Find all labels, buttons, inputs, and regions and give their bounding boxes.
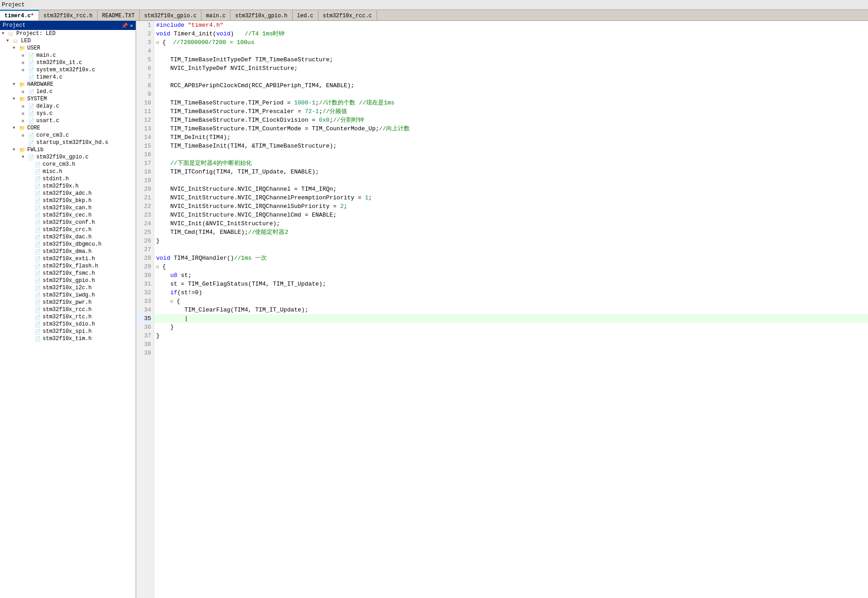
sidebar-item-core-cm3-c[interactable]: ⊞ 📄 core_cm3.c [0, 132, 136, 139]
sidebar-item-stm32f10x-gpio-h[interactable]: 📄 stm32f10x_gpio.h [0, 277, 136, 284]
code-line-37[interactable]: } [154, 331, 868, 340]
code-line-30[interactable]: u8 st; [154, 271, 868, 280]
sidebar-item-stm32f10x-conf-h[interactable]: 📄 stm32f10x_conf.h [0, 219, 136, 226]
sidebar-item-stm32f10x-tim-h[interactable]: 📄 stm32f10x_tim.h [0, 335, 136, 342]
sidebar-item-stm32f10x-rcc-h[interactable]: 📄 stm32f10x_rcc.h [0, 306, 136, 313]
sidebar-item-usart-c[interactable]: ⊞ 📄 usart.c [0, 117, 136, 124]
sidebar-item-stdint-h[interactable]: 📄 stdint.h [0, 175, 136, 183]
tab-main-c[interactable]: main.c [201, 10, 230, 21]
code-line-20[interactable]: NVIC_InitStructure.NVIC_IRQChannel = TIM… [154, 185, 868, 193]
sidebar-item-stm32f10x-rtc-h[interactable]: 📄 stm32f10x_rtc.h [0, 313, 136, 321]
code-line-38[interactable] [154, 340, 868, 349]
sidebar-item-sys-c[interactable]: ⊞ 📄 sys.c [0, 110, 136, 117]
code-line-34[interactable]: TIM_ClearFlag(TIM4, TIM_IT_Update); [154, 306, 868, 314]
sidebar-item-stm32f10x-h[interactable]: 📄 stm32f10x.h [0, 183, 136, 190]
tab-stm32f10x-rcc-h[interactable]: stm32f10x_rcc.h [39, 10, 98, 21]
code-line-23[interactable]: NVIC_InitStructure.NVIC_IRQChannelCmd = … [154, 211, 868, 219]
code-line-29[interactable]: ⊟ { [154, 262, 868, 271]
sidebar-item-stm32f10x-fsmc-h[interactable]: 📄 stm32f10x_fsmc.h [0, 270, 136, 277]
code-line-22[interactable]: NVIC_InitStructure.NVIC_IRQChannelSubPri… [154, 202, 868, 211]
code-line-8[interactable]: RCC_APB1PeriphClockCmd(RCC_APB1Periph_TI… [154, 81, 868, 90]
code-line-10[interactable]: TIM_TimeBaseStructure.TIM_Period = 1000-… [154, 99, 868, 107]
sidebar-item-stm32f10x-dma-h[interactable]: 📄 stm32f10x_dma.h [0, 248, 136, 255]
code-line-4[interactable] [154, 47, 868, 55]
code-line-2[interactable]: void Timer4_init(void) //T4 1ms时钟 [154, 30, 868, 38]
code-line-36[interactable]: } [154, 323, 868, 331]
code-line-18[interactable]: TIM_ITConfig(TIM4, TIM_IT_Update, ENABLE… [154, 168, 868, 176]
code-line-26[interactable]: } [154, 237, 868, 245]
code-line-31[interactable]: st = TIM_GetFlagStatus(TIM4, TIM_IT_Upda… [154, 280, 868, 288]
sidebar-item-hardware[interactable]: ▼ 📁 HARDWARE [0, 81, 136, 88]
sidebar-item-startup-stm32f10x-hd-s[interactable]: 📄 startup_stm32f10x_hd.s [0, 139, 136, 146]
code-line-6[interactable]: NVIC_InitTypeDef NVIC_InitStructure; [154, 64, 868, 73]
sidebar-item-stm32f10x-sdio-h[interactable]: 📄 stm32f10x_sdio.h [0, 321, 136, 328]
line-number-10: 10 [136, 99, 154, 107]
sidebar-item-led-root[interactable]: ▼ 🗂 Project: LED [0, 30, 136, 37]
code-line-25[interactable]: TIM_Cmd(TIM4, ENABLE);//使能定时器2 [154, 228, 868, 237]
code-line-12[interactable]: TIM_TimeBaseStructure.TIM_ClockDivision … [154, 116, 868, 124]
sidebar-item-stm32f10x-i2c-h[interactable]: 📄 stm32f10x_i2c.h [0, 284, 136, 292]
sidebar-item-stm32f10x-cec-h[interactable]: 📄 stm32f10x_cec.h [0, 212, 136, 219]
sidebar-pin-icon[interactable]: 📌 [122, 23, 128, 29]
tab-stm32f10x-gpio-h[interactable]: stm32f10x_gpio.h [230, 10, 292, 21]
code-line-28[interactable]: void TIM4_IRQHandler()//1ms 一次 [154, 254, 868, 262]
tab-readme-txt[interactable]: README.TXT [98, 10, 140, 21]
tree-arrow: ⊞ [22, 133, 28, 138]
code-line-1[interactable]: #include "timer4.h" [154, 21, 868, 30]
code-line-24[interactable]: NVIC_Init(&NVIC_InitStructure); [154, 219, 868, 228]
sidebar-item-stm32f10x-gpio-c[interactable]: ▼ 📄 stm32f10x_gpio.c [0, 153, 136, 161]
sidebar-item-main-c[interactable]: ⊞ 📄 main.c [0, 52, 136, 59]
sidebar-item-stm32f10x-it-c[interactable]: ⊞ 📄 stm32f10x_it.c [0, 59, 136, 66]
sidebar-item-stm32f10x-iwdg-h[interactable]: 📄 stm32f10x_iwdg.h [0, 292, 136, 299]
sidebar-item-fwlib[interactable]: ▼ 📁 FWLib [0, 146, 136, 153]
code-line-32[interactable]: if(st!=0) [154, 288, 868, 297]
sidebar-item-system[interactable]: ▼ 📁 SYSTEM [0, 95, 136, 103]
code-line-21[interactable]: NVIC_InitStructure.NVIC_IRQChannelPreemp… [154, 193, 868, 202]
code-line-27[interactable] [154, 245, 868, 254]
code-lines[interactable]: #include "timer4.h"void Timer4_init(void… [154, 21, 868, 598]
code-line-15[interactable]: TIM_TimeBaseInit(TIM4, &TIM_TimeBaseStru… [154, 142, 868, 150]
sidebar-item-core[interactable]: ▼ 📁 CORE [0, 124, 136, 132]
code-line-35[interactable]: | [154, 314, 868, 323]
tab-stm32f10x-rcc-c[interactable]: stm32f10x_rcc.c [319, 10, 377, 21]
sidebar-item-stm32f10x-adc-h[interactable]: 📄 stm32f10x_adc.h [0, 190, 136, 197]
code-line-14[interactable]: TIM_DeInit(TIM4); [154, 133, 868, 142]
sidebar-item-led[interactable]: ▼ 🗂 LED [0, 37, 136, 44]
sidebar-item-stm32f10x-dac-h[interactable]: 📄 stm32f10x_dac.h [0, 233, 136, 241]
sidebar-item-stm32f10x-flash-h[interactable]: 📄 stm32f10x_flash.h [0, 262, 136, 270]
sidebar-item-stm32f10x-spi-h[interactable]: 📄 stm32f10x_spi.h [0, 328, 136, 335]
tab-led-c[interactable]: led.c [293, 10, 319, 21]
sidebar-item-stm32f10x-dbgmcu-h[interactable]: 📄 stm32f10x_dbgmcu.h [0, 241, 136, 248]
sidebar-item-system-stm32f10x-c[interactable]: ⊞ 📄 system_stm32f10x.c [0, 66, 136, 74]
sidebar-item-stm32f10x-crc-h[interactable]: 📄 stm32f10x_crc.h [0, 226, 136, 233]
sidebar-item-core-cm3-h[interactable]: 📄 core_cm3.h [0, 161, 136, 168]
code-line-33[interactable]: ⊟ { [154, 297, 868, 306]
sidebar-item-led-c[interactable]: ⊞ 📄 led.c [0, 88, 136, 95]
fold-marker[interactable]: ⊟ [156, 40, 159, 45]
code-line-39[interactable] [154, 349, 868, 357]
sidebar-item-timer4-c[interactable]: 📄 timer4.c [0, 74, 136, 81]
sidebar-item-user[interactable]: ▼ 📁 USER [0, 44, 136, 52]
code-line-5[interactable]: TIM_TimeBaseInitTypeDef TIM_TimeBaseStru… [154, 55, 868, 64]
sidebar-item-stm32f10x-pwr-h[interactable]: 📄 stm32f10x_pwr.h [0, 299, 136, 306]
code-line-9[interactable] [154, 90, 868, 99]
sidebar-item-delay-c[interactable]: ⊞ 📄 delay.c [0, 103, 136, 110]
code-line-3[interactable]: ⊟ { //72000000/7200 = 100us [154, 38, 868, 47]
editor-area[interactable]: 1234567891011121314151617181920212223242… [136, 21, 868, 598]
fold-marker[interactable]: ⊟ [156, 265, 159, 270]
code-line-7[interactable] [154, 73, 868, 81]
sidebar-item-stm32f10x-can-h[interactable]: 📄 stm32f10x_can.h [0, 204, 136, 212]
code-line-16[interactable] [154, 150, 868, 159]
sidebar-item-stm32f10x-exti-h[interactable]: 📄 stm32f10x_exti.h [0, 255, 136, 262]
sidebar-close-icon[interactable]: ✕ [130, 23, 133, 29]
file-icon: 📄 [34, 307, 42, 313]
code-line-13[interactable]: TIM_TimeBaseStructure.TIM_CounterMode = … [154, 124, 868, 133]
tab-stm32f10x-gpio-c[interactable]: stm32f10x_gpio.c [140, 10, 201, 21]
code-line-11[interactable]: TIM_TimeBaseStructure.TIM_Prescaler = 72… [154, 107, 868, 116]
code-line-19[interactable] [154, 176, 868, 185]
sidebar-item-misc-h[interactable]: 📄 misc.h [0, 168, 136, 175]
tab-timer4-c[interactable]: timer4.c [0, 10, 39, 21]
sidebar-item-stm32f10x-bkp-h[interactable]: 📄 stm32f10x_bkp.h [0, 197, 136, 204]
fold-marker[interactable]: ⊟ [170, 299, 173, 304]
code-line-17[interactable]: //下面是定时器4的中断初始化 [154, 159, 868, 168]
